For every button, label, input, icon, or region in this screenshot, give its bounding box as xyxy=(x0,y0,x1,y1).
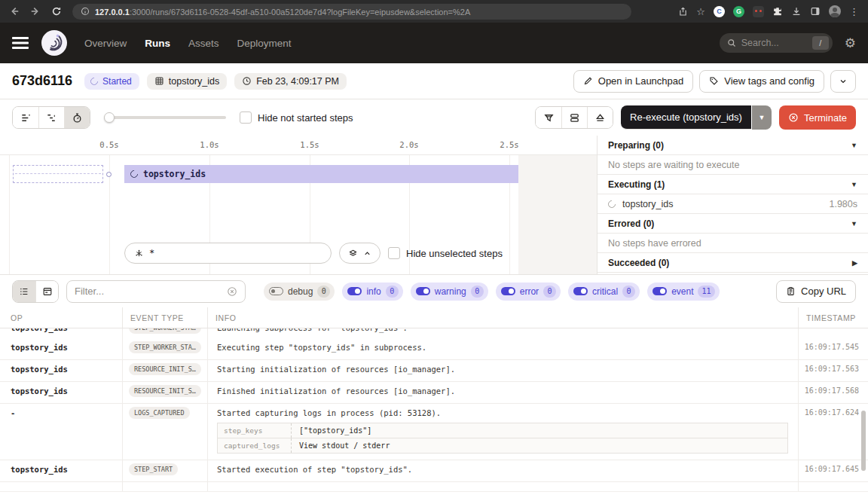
gantt-step-bar[interactable]: topstory_ids xyxy=(124,165,518,183)
global-search[interactable]: / xyxy=(720,33,833,53)
log-scrollbar-thumb[interactable] xyxy=(861,411,866,471)
hide-unselected-control[interactable]: Hide unselected steps xyxy=(388,247,503,259)
log-row-logs-captured[interactable]: - LOGS_CAPTURED Started capturing logs i… xyxy=(0,404,868,460)
settings-gear-icon[interactable]: ⚙ xyxy=(845,37,856,50)
axis-tick: 1.5s xyxy=(300,140,319,149)
log-filter-input[interactable] xyxy=(75,286,222,297)
log-list-view-button[interactable] xyxy=(13,281,35,302)
view-tags-config-button[interactable]: View tags and config xyxy=(699,70,824,93)
gantt-future-region xyxy=(518,155,597,274)
step-status-panel: Preparing (0)▼ No steps are waiting to e… xyxy=(598,136,868,274)
gantt-flat-view-button[interactable] xyxy=(13,107,38,128)
extension-1password-icon[interactable]: C xyxy=(714,6,725,17)
gantt-planned-box xyxy=(13,165,103,183)
spinner-icon xyxy=(607,198,617,209)
gantt-toolbar: Hide not started steps Re-execute (topst… xyxy=(0,99,868,136)
view-stdout-stderr-link[interactable]: View stdout / stderr xyxy=(292,438,397,453)
extension-robot-icon[interactable] xyxy=(753,6,764,17)
log-toolbar: debug0 info0 warning0 error0 critical0 e… xyxy=(0,275,868,307)
hide-unselected-checkbox[interactable] xyxy=(388,247,400,259)
browser-menu-icon[interactable]: ⋮ xyxy=(849,7,859,17)
toggle-on-icon xyxy=(416,287,430,295)
bookmark-star-icon[interactable]: ☆ xyxy=(696,7,705,17)
hide-not-started-checkbox[interactable] xyxy=(240,111,252,124)
step-selector-input[interactable] xyxy=(149,248,322,258)
downloads-icon[interactable] xyxy=(791,6,802,17)
hide-not-started-control[interactable]: Hide not started steps xyxy=(240,111,353,124)
side-panel-icon[interactable] xyxy=(810,6,821,17)
clear-filter-icon[interactable] xyxy=(227,286,237,297)
reexecute-button[interactable]: Re-execute (topstory_ids) xyxy=(621,105,751,130)
extension-grammarly-icon[interactable]: G xyxy=(733,6,744,17)
axis-tick: 2.0s xyxy=(399,140,418,149)
dagster-logo[interactable] xyxy=(41,29,68,57)
rows-view-button[interactable] xyxy=(561,107,587,128)
level-toggle-debug[interactable]: debug0 xyxy=(264,283,335,301)
address-bar[interactable]: 127.0.0.1:3000/runs/673d6116-0528-45df-a… xyxy=(72,4,631,20)
run-actions-chevron-button[interactable] xyxy=(830,70,856,93)
nav-item-runs[interactable]: Runs xyxy=(145,38,170,49)
log-row[interactable]: topstory_ids STEP_WORKER_STARTED Executi… xyxy=(0,338,868,360)
clipped-log-row[interactable]: topstory_ids STEP_WORKER_STARTI… Launchi… xyxy=(0,328,868,338)
nav-item-deployment[interactable]: Deployment xyxy=(237,38,292,49)
event-type-badge: LOGS_CAPTURED xyxy=(129,407,190,419)
site-info-icon[interactable] xyxy=(81,7,90,16)
meta-label: captured_logs xyxy=(218,438,292,453)
log-info: Started capturing logs in process (pid: … xyxy=(208,404,799,460)
gantt-waterfall-view-button[interactable] xyxy=(38,107,64,128)
preparing-section-header[interactable]: Preparing (0)▼ xyxy=(598,136,868,155)
copy-url-button[interactable]: Copy URL xyxy=(776,280,856,303)
open-launchpad-button[interactable]: Open in Launchpad xyxy=(573,70,693,93)
log-filter-wrap[interactable] xyxy=(66,280,246,303)
gantt-time-axis: 0.5s 1.0s 1.5s 2.0s 2.5s xyxy=(0,136,597,155)
terminate-button[interactable]: Terminate xyxy=(779,105,856,130)
hamburger-menu-icon[interactable] xyxy=(12,36,29,50)
search-input[interactable] xyxy=(741,38,807,48)
preparing-empty-message: No steps are waiting to execute xyxy=(598,155,868,175)
reload-icon[interactable] xyxy=(51,6,62,17)
col-timestamp: TIMESTAMP xyxy=(799,307,868,328)
level-count-badge: 0 xyxy=(543,286,556,298)
nav-item-overview[interactable]: Overview xyxy=(84,38,127,49)
level-toggle-info[interactable]: info0 xyxy=(342,283,402,301)
hide-not-started-label: Hide not started steps xyxy=(258,112,353,124)
screen: 127.0.0.1:3000/runs/673d6116-0528-45df-a… xyxy=(0,0,868,504)
succeeded-section-header[interactable]: Succeeded (0)▶ xyxy=(598,253,868,273)
slider-knob[interactable] xyxy=(104,112,115,123)
filter-funnel-button[interactable] xyxy=(536,107,561,128)
log-op: topstory_ids xyxy=(0,460,123,481)
gantt-timed-view-button[interactable] xyxy=(64,107,90,128)
level-count-badge: 11 xyxy=(698,286,714,298)
gantt-view-mode-segment xyxy=(12,106,90,129)
gantt-chart: 0.5s 1.0s 1.5s 2.0s 2.5s topstory_ids xyxy=(0,136,598,274)
run-main: 0.5s 1.0s 1.5s 2.0s 2.5s topstory_ids xyxy=(0,136,868,275)
log-row[interactable]: topstory_ids RESOURCE_INIT_STAR… Startin… xyxy=(0,360,868,382)
share-icon[interactable] xyxy=(678,7,688,17)
axis-tick: 0.5s xyxy=(99,140,118,149)
nav-item-assets[interactable]: Assets xyxy=(188,38,219,49)
log-row[interactable]: topstory_ids STEP_START Started executio… xyxy=(0,460,868,482)
level-toggle-event[interactable]: event11 xyxy=(647,283,719,301)
forward-icon[interactable] xyxy=(30,6,41,17)
log-structured-view-button[interactable] xyxy=(35,281,58,302)
profile-avatar[interactable] xyxy=(829,5,841,17)
axis-tick: 1.0s xyxy=(200,140,219,149)
search-shortcut-badge: / xyxy=(812,36,829,50)
graph-layers-button[interactable] xyxy=(339,243,381,264)
log-row[interactable]: topstory_ids RESOURCE_INIT_SUCC… Finishe… xyxy=(0,382,868,404)
level-toggle-critical[interactable]: critical0 xyxy=(568,283,640,301)
chevron-down-icon: ▼ xyxy=(851,220,857,228)
step-selector-input-wrap[interactable] xyxy=(124,243,332,264)
reexecute-caret-button[interactable]: ▼ xyxy=(752,105,772,130)
level-toggle-error[interactable]: error0 xyxy=(496,283,561,301)
errored-section-header[interactable]: Errored (0)▼ xyxy=(598,214,868,234)
eject-button[interactable] xyxy=(587,107,613,128)
extensions-puzzle-icon[interactable] xyxy=(772,6,783,17)
job-tag[interactable]: topstory_ids xyxy=(147,73,227,90)
log-row-empty xyxy=(0,482,868,492)
level-toggle-warning[interactable]: warning0 xyxy=(411,283,488,301)
executing-step-row[interactable]: topstory_ids 1.980s xyxy=(598,194,868,214)
back-icon[interactable] xyxy=(9,6,20,17)
executing-section-header[interactable]: Executing (1)▼ xyxy=(598,175,868,194)
gantt-zoom-slider[interactable] xyxy=(104,112,226,123)
